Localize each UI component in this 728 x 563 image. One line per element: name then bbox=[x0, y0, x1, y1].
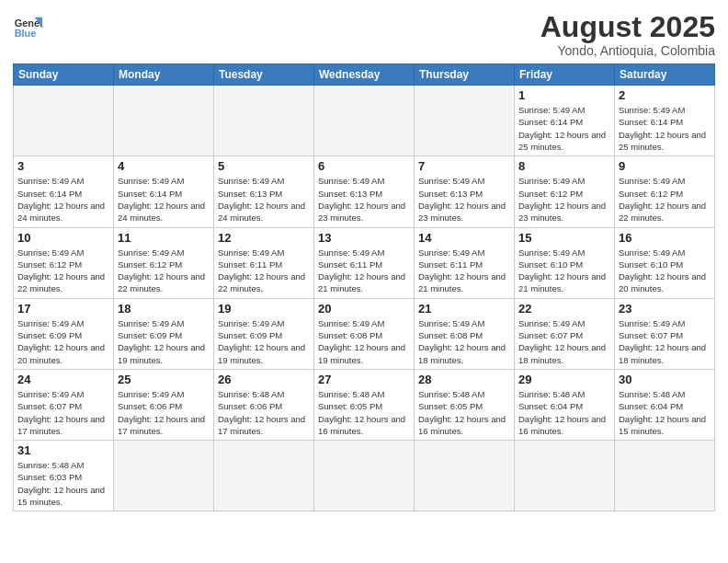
cell-day-number: 29 bbox=[518, 373, 610, 386]
week-row-4: 24Sunrise: 5:49 AM Sunset: 6:07 PM Dayli… bbox=[14, 369, 715, 440]
cell-day-number: 27 bbox=[318, 373, 410, 386]
calendar-cell bbox=[214, 86, 314, 156]
cell-sun-info: Sunrise: 5:48 AM Sunset: 6:03 PM Dayligh… bbox=[17, 459, 109, 508]
logo-icon: General Blue bbox=[13, 11, 42, 40]
calendar-cell: 18Sunrise: 5:49 AM Sunset: 6:09 PM Dayli… bbox=[114, 298, 214, 369]
calendar-title: August 2025 bbox=[540, 11, 715, 43]
calendar-subtitle: Yondo, Antioquia, Colombia bbox=[540, 43, 715, 58]
cell-sun-info: Sunrise: 5:49 AM Sunset: 6:13 PM Dayligh… bbox=[218, 175, 310, 224]
calendar-cell bbox=[415, 441, 515, 511]
calendar-cell: 8Sunrise: 5:49 AM Sunset: 6:12 PM Daylig… bbox=[515, 156, 615, 227]
calendar-cell bbox=[114, 86, 214, 156]
cell-day-number: 5 bbox=[218, 159, 310, 173]
cell-day-number: 18 bbox=[118, 302, 210, 316]
cell-day-number: 3 bbox=[17, 159, 109, 173]
calendar-cell: 30Sunrise: 5:48 AM Sunset: 6:04 PM Dayli… bbox=[615, 369, 715, 440]
cell-sun-info: Sunrise: 5:49 AM Sunset: 6:13 PM Dayligh… bbox=[318, 175, 410, 224]
week-row-5: 31Sunrise: 5:48 AM Sunset: 6:03 PM Dayli… bbox=[14, 441, 715, 511]
cell-day-number: 19 bbox=[218, 302, 310, 316]
cell-day-number: 28 bbox=[418, 373, 510, 386]
calendar-cell: 26Sunrise: 5:48 AM Sunset: 6:06 PM Dayli… bbox=[214, 369, 314, 440]
week-row-3: 17Sunrise: 5:49 AM Sunset: 6:09 PM Dayli… bbox=[14, 298, 715, 369]
calendar-cell: 13Sunrise: 5:49 AM Sunset: 6:11 PM Dayli… bbox=[314, 227, 415, 298]
cell-day-number: 11 bbox=[118, 231, 210, 245]
calendar-cell: 3Sunrise: 5:49 AM Sunset: 6:14 PM Daylig… bbox=[14, 156, 114, 227]
calendar-cell: 14Sunrise: 5:49 AM Sunset: 6:11 PM Dayli… bbox=[415, 227, 515, 298]
cell-day-number: 22 bbox=[518, 302, 610, 316]
calendar-cell: 29Sunrise: 5:48 AM Sunset: 6:04 PM Dayli… bbox=[515, 369, 615, 440]
cell-sun-info: Sunrise: 5:49 AM Sunset: 6:14 PM Dayligh… bbox=[17, 175, 109, 224]
calendar-cell bbox=[515, 441, 615, 511]
cell-sun-info: Sunrise: 5:49 AM Sunset: 6:12 PM Dayligh… bbox=[17, 247, 109, 295]
calendar-cell bbox=[14, 86, 114, 156]
cell-day-number: 31 bbox=[17, 443, 109, 457]
week-row-0: 1Sunrise: 5:49 AM Sunset: 6:14 PM Daylig… bbox=[14, 86, 715, 156]
calendar-cell: 21Sunrise: 5:49 AM Sunset: 6:08 PM Dayli… bbox=[415, 298, 515, 369]
title-block: August 2025 Yondo, Antioquia, Colombia bbox=[540, 11, 715, 58]
cell-day-number: 15 bbox=[518, 231, 610, 245]
calendar-cell: 23Sunrise: 5:49 AM Sunset: 6:07 PM Dayli… bbox=[615, 298, 715, 369]
cell-sun-info: Sunrise: 5:48 AM Sunset: 6:04 PM Dayligh… bbox=[619, 388, 711, 437]
cell-day-number: 8 bbox=[518, 159, 610, 173]
cell-sun-info: Sunrise: 5:49 AM Sunset: 6:11 PM Dayligh… bbox=[218, 247, 310, 295]
calendar-cell: 31Sunrise: 5:48 AM Sunset: 6:03 PM Dayli… bbox=[14, 441, 114, 511]
cell-day-number: 23 bbox=[619, 302, 711, 316]
cell-sun-info: Sunrise: 5:49 AM Sunset: 6:07 PM Dayligh… bbox=[619, 317, 711, 366]
cell-sun-info: Sunrise: 5:49 AM Sunset: 6:14 PM Dayligh… bbox=[518, 104, 610, 153]
calendar-cell: 9Sunrise: 5:49 AM Sunset: 6:12 PM Daylig… bbox=[615, 156, 715, 227]
weekday-header-sunday: Sunday bbox=[14, 64, 114, 86]
cell-sun-info: Sunrise: 5:49 AM Sunset: 6:07 PM Dayligh… bbox=[17, 388, 109, 437]
calendar-cell bbox=[314, 441, 415, 511]
calendar-cell bbox=[114, 441, 214, 511]
calendar-cell: 7Sunrise: 5:49 AM Sunset: 6:13 PM Daylig… bbox=[415, 156, 515, 227]
weekday-header-friday: Friday bbox=[515, 64, 615, 86]
calendar-cell: 19Sunrise: 5:49 AM Sunset: 6:09 PM Dayli… bbox=[214, 298, 314, 369]
calendar-cell bbox=[214, 441, 314, 511]
cell-day-number: 12 bbox=[218, 231, 310, 245]
cell-sun-info: Sunrise: 5:49 AM Sunset: 6:08 PM Dayligh… bbox=[318, 317, 410, 366]
calendar-cell: 28Sunrise: 5:48 AM Sunset: 6:05 PM Dayli… bbox=[415, 369, 515, 440]
cell-day-number: 24 bbox=[17, 373, 109, 386]
calendar-cell bbox=[615, 441, 715, 511]
cell-day-number: 17 bbox=[17, 302, 109, 316]
cell-day-number: 6 bbox=[318, 159, 410, 173]
cell-day-number: 30 bbox=[619, 373, 711, 386]
cell-day-number: 10 bbox=[17, 231, 109, 245]
week-row-2: 10Sunrise: 5:49 AM Sunset: 6:12 PM Dayli… bbox=[14, 227, 715, 298]
cell-day-number: 7 bbox=[418, 159, 510, 173]
calendar-cell: 20Sunrise: 5:49 AM Sunset: 6:08 PM Dayli… bbox=[314, 298, 415, 369]
cell-day-number: 1 bbox=[518, 88, 610, 102]
cell-day-number: 13 bbox=[318, 231, 410, 245]
calendar-cell: 17Sunrise: 5:49 AM Sunset: 6:09 PM Dayli… bbox=[14, 298, 114, 369]
calendar-cell: 27Sunrise: 5:48 AM Sunset: 6:05 PM Dayli… bbox=[314, 369, 415, 440]
cell-sun-info: Sunrise: 5:49 AM Sunset: 6:09 PM Dayligh… bbox=[118, 317, 210, 366]
calendar-cell: 15Sunrise: 5:49 AM Sunset: 6:10 PM Dayli… bbox=[515, 227, 615, 298]
cell-day-number: 9 bbox=[619, 159, 711, 173]
logo: General Blue bbox=[13, 11, 42, 40]
week-row-1: 3Sunrise: 5:49 AM Sunset: 6:14 PM Daylig… bbox=[14, 156, 715, 227]
cell-sun-info: Sunrise: 5:48 AM Sunset: 6:04 PM Dayligh… bbox=[518, 388, 610, 437]
cell-sun-info: Sunrise: 5:49 AM Sunset: 6:12 PM Dayligh… bbox=[118, 247, 210, 295]
calendar-cell: 11Sunrise: 5:49 AM Sunset: 6:12 PM Dayli… bbox=[114, 227, 214, 298]
cell-day-number: 21 bbox=[418, 302, 510, 316]
calendar-cell: 25Sunrise: 5:49 AM Sunset: 6:06 PM Dayli… bbox=[114, 369, 214, 440]
cell-sun-info: Sunrise: 5:49 AM Sunset: 6:11 PM Dayligh… bbox=[318, 247, 410, 295]
calendar-cell: 1Sunrise: 5:49 AM Sunset: 6:14 PM Daylig… bbox=[515, 86, 615, 156]
weekday-header-saturday: Saturday bbox=[615, 64, 715, 86]
calendar-cell: 10Sunrise: 5:49 AM Sunset: 6:12 PM Dayli… bbox=[14, 227, 114, 298]
cell-sun-info: Sunrise: 5:49 AM Sunset: 6:13 PM Dayligh… bbox=[418, 175, 510, 224]
calendar-cell: 4Sunrise: 5:49 AM Sunset: 6:14 PM Daylig… bbox=[114, 156, 214, 227]
cell-sun-info: Sunrise: 5:49 AM Sunset: 6:09 PM Dayligh… bbox=[218, 317, 310, 366]
weekday-header-thursday: Thursday bbox=[415, 64, 515, 86]
calendar-cell: 2Sunrise: 5:49 AM Sunset: 6:14 PM Daylig… bbox=[615, 86, 715, 156]
svg-text:Blue: Blue bbox=[15, 28, 37, 39]
cell-sun-info: Sunrise: 5:49 AM Sunset: 6:14 PM Dayligh… bbox=[118, 175, 210, 224]
weekday-header-wednesday: Wednesday bbox=[314, 64, 415, 86]
cell-sun-info: Sunrise: 5:49 AM Sunset: 6:09 PM Dayligh… bbox=[17, 317, 109, 366]
cell-sun-info: Sunrise: 5:49 AM Sunset: 6:10 PM Dayligh… bbox=[619, 247, 711, 295]
cell-sun-info: Sunrise: 5:49 AM Sunset: 6:14 PM Dayligh… bbox=[619, 104, 711, 153]
weekday-header-tuesday: Tuesday bbox=[214, 64, 314, 86]
cell-day-number: 25 bbox=[118, 373, 210, 386]
calendar-cell: 24Sunrise: 5:49 AM Sunset: 6:07 PM Dayli… bbox=[14, 369, 114, 440]
calendar-cell bbox=[314, 86, 415, 156]
